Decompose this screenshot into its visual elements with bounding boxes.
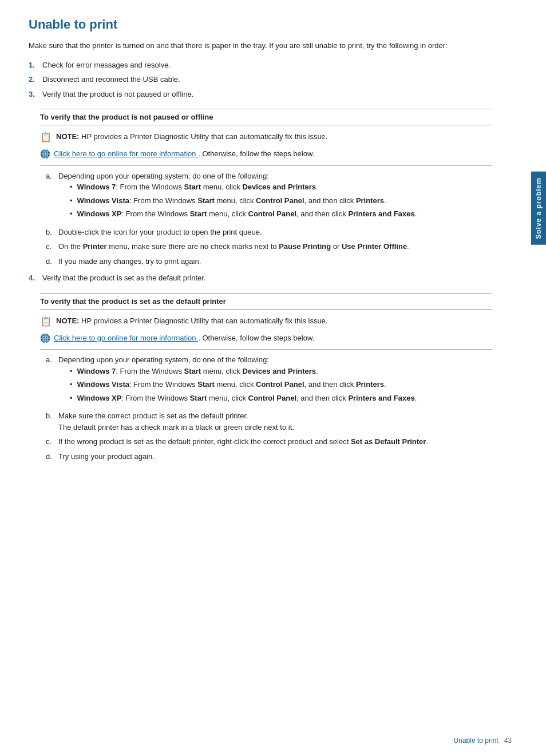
section1-note-box: 📋 NOTE: HP provides a Printer Diagnostic…: [40, 131, 492, 143]
section1-note-text: NOTE: HP provides a Printer Diagnostic U…: [56, 131, 327, 143]
s2-step-c-letter: c.: [46, 436, 58, 448]
section2-note-box: 📋 NOTE: HP provides a Printer Diagnostic…: [40, 315, 492, 327]
step-3-text: Verify that the product is not paused or…: [42, 89, 193, 100]
step-c-letter: c.: [46, 241, 58, 252]
main-steps-list: 1. Check for error messages and resolve.…: [29, 60, 492, 100]
side-tab[interactable]: Solve a problem: [531, 172, 546, 245]
step4-list: 4. Verify that the product is set as the…: [29, 272, 492, 284]
section2-step-b: b. Make sure the correct product is set …: [46, 410, 492, 433]
footer-page-number: 43: [504, 737, 512, 745]
step-d-text: If you made any changes, try to print ag…: [58, 256, 201, 267]
s2-bullet-vista: Windows Vista: From the Windows Start me…: [70, 379, 417, 390]
globe-icon-2: [40, 333, 50, 343]
s2-step-a-letter: a.: [46, 354, 58, 407]
step-3-num: 3.: [29, 89, 42, 100]
section1-divider: [40, 165, 492, 166]
note-icon-1: 📋: [40, 132, 52, 143]
s2-bullet-win7: Windows 7: From the Windows Start menu, …: [70, 366, 417, 377]
section1-header-text: To verify that the product is not paused…: [40, 113, 213, 121]
step-3: 3. Verify that the product is not paused…: [29, 89, 492, 100]
step-2: 2. Disconnect and reconnect the USB cabl…: [29, 74, 492, 85]
step-4-text: Verify that the product is set as the de…: [42, 272, 205, 284]
step-1-text: Check for error messages and resolve.: [42, 60, 171, 71]
section2-divider: [40, 349, 492, 350]
step-1: 1. Check for error messages and resolve.: [29, 60, 492, 71]
step-b-letter: b.: [46, 227, 58, 238]
step-b-text: Double-click the icon for your product t…: [58, 227, 262, 238]
section1-bullets: Windows 7: From the Windows Start menu, …: [70, 181, 417, 220]
note-label-1: NOTE:: [56, 132, 79, 141]
bullet-vista: Windows Vista: From the Windows Start me…: [70, 195, 417, 207]
note-icon-2: 📋: [40, 316, 52, 327]
section1-online-link[interactable]: Click here to go online for more informa…: [54, 149, 198, 158]
s2-step-b-text: Make sure the correct product is set as …: [58, 410, 294, 433]
section2-online-link[interactable]: Click here to go online for more informa…: [54, 334, 198, 342]
step-4: 4. Verify that the product is set as the…: [29, 272, 492, 284]
step-a-letter: a.: [46, 171, 58, 223]
section2-bullets: Windows 7: From the Windows Start menu, …: [70, 366, 417, 404]
intro-text: Make sure that the printer is turned on …: [29, 40, 492, 52]
step-2-num: 2.: [29, 74, 42, 85]
s2-step-b-letter: b.: [46, 410, 58, 433]
section2-header-text: To verify that the product is set as the…: [40, 297, 226, 306]
step-1-num: 1.: [29, 60, 42, 71]
section2-alpha-list: a. Depending upon your operating system,…: [46, 354, 492, 462]
s2-step-d-text: Try using your product again.: [58, 451, 155, 462]
step-d-letter: d.: [46, 256, 58, 267]
section1-step-d: d. If you made any changes, try to print…: [46, 256, 492, 267]
section1-link-text: Click here to go online for more informa…: [54, 148, 314, 160]
section2-block: To verify that the product is set as the…: [40, 293, 492, 462]
section1-block: To verify that the product is not paused…: [40, 109, 492, 267]
section1-alpha-list: a. Depending upon your operating system,…: [46, 171, 492, 267]
section2-header: To verify that the product is set as the…: [40, 293, 492, 310]
step-2-text: Disconnect and reconnect the USB cable.: [42, 74, 180, 85]
side-tab-label: Solve a problem: [535, 177, 543, 239]
footer-title: Unable to print: [454, 737, 498, 745]
step-a-content: Depending upon your operating system, do…: [58, 171, 417, 223]
bullet-win7: Windows 7: From the Windows Start menu, …: [70, 181, 417, 193]
section1-step-c: c. On the Printer menu, make sure there …: [46, 241, 492, 252]
section1-link-row: Click here to go online for more informa…: [40, 148, 492, 160]
s2-bullet-xp: Windows XP: From the Windows Start menu,…: [70, 393, 417, 404]
section1-step-b: b. Double-click the icon for your produc…: [46, 227, 492, 238]
section2-link-row: Click here to go online for more informa…: [40, 333, 492, 344]
note-label-2: NOTE:: [56, 316, 79, 325]
bullet-xp: Windows XP: From the Windows Start menu,…: [70, 208, 417, 220]
section2-step-c: c. If the wrong product is set as the de…: [46, 436, 492, 448]
section2-step-d: d. Try using your product again.: [46, 451, 492, 462]
page-footer: Unable to print 43: [454, 737, 512, 745]
step-c-text: On the Printer menu, make sure there are…: [58, 241, 409, 252]
step-4-num: 4.: [29, 272, 42, 284]
section1-step-a: a. Depending upon your operating system,…: [46, 171, 492, 223]
section2-note-text: NOTE: HP provides a Printer Diagnostic U…: [56, 315, 327, 327]
section2-link-text: Click here to go online for more informa…: [54, 333, 314, 344]
section2-step-a: a. Depending upon your operating system,…: [46, 354, 492, 407]
s2-step-d-letter: d.: [46, 451, 58, 462]
section1-header: To verify that the product is not paused…: [40, 109, 492, 125]
page-title: Unable to print: [29, 17, 492, 32]
s2-step-a-content: Depending upon your operating system, do…: [58, 354, 417, 407]
globe-icon-1: [40, 149, 50, 159]
s2-step-c-text: If the wrong product is set as the defau…: [58, 436, 428, 448]
